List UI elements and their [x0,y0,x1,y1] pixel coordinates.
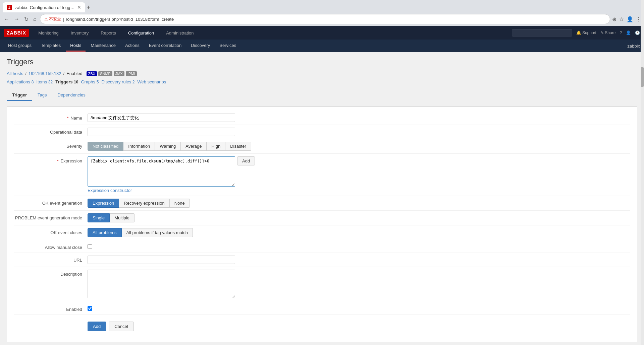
ok-closes-all-problems[interactable]: All problems [88,228,122,237]
nav-support[interactable]: 🔔 Support [576,30,596,35]
web-scenarios-link[interactable]: Web scenarios [138,79,166,84]
url-text: longniand.com/triggers.php?hostid=10318&… [66,17,606,22]
tab-favicon: Z [7,5,12,10]
nav-maintenance[interactable]: Maintenance [87,40,120,52]
tab-title: zabbix: Configuration of trigg… [15,5,74,10]
add-submit-button[interactable]: Add [88,322,106,331]
tag-zbx[interactable]: ZBX [87,71,97,76]
top-navigation: ZABBIX Monitoring Inventory Reports Conf… [0,26,644,40]
reload-button[interactable]: ↻ [23,15,30,24]
description-input[interactable] [88,270,235,298]
tag-ipmi[interactable]: IPMI [126,71,137,76]
url-input[interactable] [88,256,235,264]
severity-high[interactable]: High [207,142,225,151]
submit-area: Add Cancel [88,318,630,335]
home-button[interactable]: ⌂ [32,15,38,23]
severity-row: Severity Not classified Information Warn… [14,139,630,154]
expression-row: * Expression {Zabbix client:vfs.file.cks… [14,154,630,196]
items-link[interactable]: Items 32 [36,79,53,84]
graphs-link[interactable]: Graphs 5 [81,79,99,84]
browser-tab[interactable]: Z zabbix: Configuration of trigg… ✕ [3,2,85,12]
allow-manual-close-row: Allow manual close [14,240,630,253]
nav-services[interactable]: Services [215,40,240,52]
host-tags: ZBX SNMP JMX IPMI [87,71,137,76]
url-row: URL [14,253,630,267]
ok-event-label: OK event generation [14,199,88,206]
description-row: Description [14,267,630,302]
ok-event-expression[interactable]: Expression [88,199,119,208]
severity-disaster[interactable]: Disaster [225,142,251,151]
operational-data-label: Operational data [14,128,88,135]
new-tab-button[interactable]: + [87,4,90,11]
bookmark-button[interactable]: ☆ [619,16,624,22]
nav-host-groups[interactable]: Host groups [4,40,36,52]
tag-snmp[interactable]: SNMP [98,71,112,76]
form-tabs: Trigger Tags Dependencies [7,90,637,101]
current-user: zabbix [627,44,640,49]
allow-manual-close-checkbox[interactable] [88,244,92,249]
operational-data-row: Operational data [14,125,630,139]
name-input[interactable] [88,114,235,122]
nav-user[interactable]: 👤 [626,30,631,35]
tab-dependencies[interactable]: Dependencies [52,90,91,101]
nav-administration[interactable]: Administration [163,29,196,37]
expression-constructor-link[interactable]: Expression constructor [88,188,132,193]
nav-inventory[interactable]: Inventory [68,29,91,37]
nav-event-correlation[interactable]: Event correlation [145,40,186,52]
ok-event-none[interactable]: None [170,199,190,208]
severity-warning[interactable]: Warning [155,142,181,151]
severity-information[interactable]: Information [123,142,155,151]
scrollbar-thumb[interactable] [641,67,644,87]
zabbix-logo[interactable]: ZABBIX [4,29,29,37]
nav-discovery[interactable]: Discovery [187,40,214,52]
enabled-checkbox[interactable] [88,306,92,311]
security-warning: ⚠ 不安全 [44,16,61,22]
problem-event-single[interactable]: Single [88,213,110,222]
top-search-input[interactable] [512,29,572,37]
scrollbar[interactable] [641,0,644,345]
nav-configuration[interactable]: Configuration [125,29,157,37]
forward-button[interactable]: → [13,15,21,23]
translate-button[interactable]: ⊕ [612,16,616,22]
nav-templates[interactable]: Templates [37,40,65,52]
cancel-button[interactable]: Cancel [109,322,133,331]
nav-hosts[interactable]: Hosts [66,40,85,52]
enabled-label: Enabled [14,305,88,312]
severity-average[interactable]: Average [181,142,207,151]
operational-data-input[interactable] [88,128,235,136]
allow-manual-close-label: Allow manual close [14,243,88,250]
discovery-rules-link[interactable]: Discovery rules 2 [101,79,135,84]
nav-reports[interactable]: Reports [98,29,119,37]
host-link[interactable]: 192.168.159.132 [29,71,61,76]
expression-label: * Expression [14,156,88,163]
tab-trigger[interactable]: Trigger [7,90,32,101]
page-content: Triggers All hosts / 192.168.159.132 / E… [0,52,644,345]
tab-close-button[interactable]: ✕ [77,5,81,10]
ok-closes-tag-match[interactable]: All problems if tag values match [122,228,193,237]
expression-input[interactable]: {Zabbix client:vfs.file.cksum[/tmp/abc].… [88,156,235,187]
severity-group: Not classified Information Warning Avera… [88,142,630,151]
nav-actions[interactable]: Actions [121,40,144,52]
ok-event-closes-group: All problems All problems if tag values … [88,228,630,237]
nav-clock[interactable]: 🕐 [635,30,640,35]
profile-button[interactable]: 👤 [627,16,633,22]
nav-share[interactable]: ✎ Share [600,30,615,35]
enabled-row: Enabled [14,302,630,315]
page-title: Triggers [7,58,637,66]
problem-event-multiple[interactable]: Multiple [110,213,135,222]
severity-not-classified[interactable]: Not classified [88,142,123,151]
name-row: * Name [14,111,630,125]
triggers-link[interactable]: Triggers 10 [55,79,78,84]
tab-tags[interactable]: Tags [32,90,52,101]
problem-event-row: PROBLEM event generation mode Single Mul… [14,211,630,225]
expression-add-button[interactable]: Add [237,156,255,165]
back-button[interactable]: ← [3,15,11,23]
tag-jmx[interactable]: JMX [114,71,124,76]
ok-event-recovery[interactable]: Recovery expression [119,199,169,208]
ok-event-row: OK event generation Expression Recovery … [14,196,630,211]
nav-monitoring[interactable]: Monitoring [36,29,61,37]
url-bar[interactable]: ⚠ 不安全 | longniand.com/triggers.php?hosti… [40,14,610,24]
all-hosts-link[interactable]: All hosts [7,71,23,76]
applications-link[interactable]: Applications 8 [7,79,34,84]
nav-help[interactable]: ? [620,30,622,35]
